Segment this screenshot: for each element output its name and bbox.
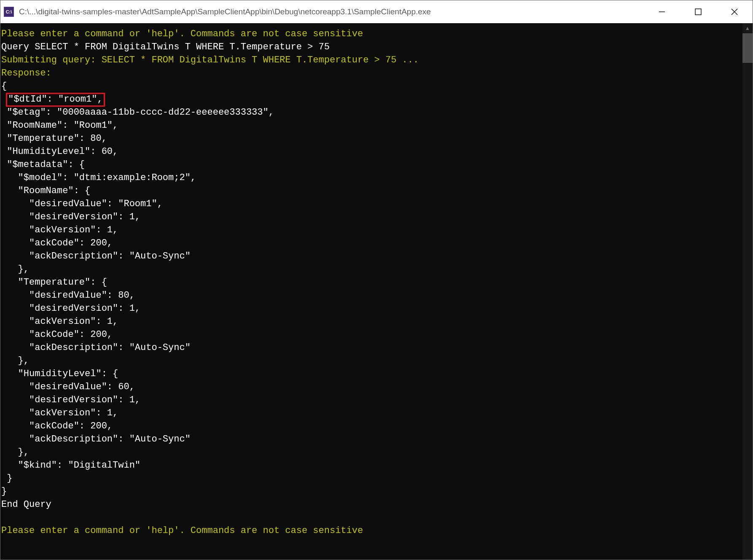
maximize-button[interactable] <box>680 0 716 23</box>
json-line: "HumidityLevel": { <box>1 369 118 379</box>
json-line: "$metadata": { <box>1 159 85 170</box>
close-button[interactable] <box>716 0 753 23</box>
json-line: "$etag": "0000aaaa-11bb-cccc-dd22-eeeeee… <box>1 107 274 118</box>
json-line: "Temperature": { <box>1 277 107 288</box>
json-line: "RoomName": { <box>1 186 90 196</box>
json-line: }, <box>1 264 29 275</box>
json-line: "ackVersion": 1, <box>1 225 118 235</box>
json-line: "ackDescription": "Auto-Sync" <box>1 434 191 444</box>
console-output[interactable]: Please enter a command or 'help'. Comman… <box>0 23 742 560</box>
json-brace-close: } <box>1 486 7 497</box>
prompt-line: Please enter a command or 'help'. Comman… <box>1 29 363 39</box>
scrollbar-thumb[interactable] <box>742 33 753 63</box>
json-line: "ackCode": 200, <box>1 238 113 248</box>
json-line: "ackDescription": "Auto-Sync" <box>1 251 191 261</box>
titlebar: C:\ C:\...\digital-twins-samples-master\… <box>0 0 753 23</box>
json-line: "Temperature": 80, <box>1 133 107 144</box>
close-icon <box>731 8 738 16</box>
maximize-icon <box>694 8 702 16</box>
json-line: "ackCode": 200, <box>1 329 113 340</box>
json-line: "ackDescription": "Auto-Sync" <box>1 342 191 353</box>
end-query-line: End Query <box>1 499 51 510</box>
app-window: C:\ C:\...\digital-twins-samples-master\… <box>0 0 753 560</box>
minimize-button[interactable] <box>644 0 680 23</box>
json-line: "ackCode": 200, <box>1 421 113 431</box>
console-area: Please enter a command or 'help'. Comman… <box>0 23 753 560</box>
highlighted-dtid-line: "$dtId": "room1", <box>6 93 105 107</box>
response-label: Response: <box>1 68 51 78</box>
json-line: }, <box>1 447 29 458</box>
svg-rect-1 <box>695 9 701 15</box>
json-line: "desiredValue": 60, <box>1 382 135 392</box>
window-title: C:\...\digital-twins-samples-master\AdtS… <box>19 7 644 16</box>
json-line: "RoomName": "Room1", <box>1 120 118 131</box>
json-line: "$kind": "DigitalTwin" <box>1 460 140 471</box>
json-line: "desiredVersion": 1, <box>1 212 140 222</box>
vertical-scrollbar[interactable]: ▲ <box>742 23 753 560</box>
json-line: "ackVersion": 1, <box>1 316 118 327</box>
prompt-line: Please enter a command or 'help'. Comman… <box>1 525 363 536</box>
json-line: }, <box>1 355 29 366</box>
submitting-line: Submitting query: SELECT * FROM DigitalT… <box>1 55 419 65</box>
json-line: "$model": "dtmi:example:Room;2", <box>1 172 196 183</box>
json-line: "desiredValue": "Room1", <box>1 199 163 209</box>
query-line: Query SELECT * FROM DigitalTwins T WHERE… <box>1 42 330 52</box>
json-line: "ackVersion": 1, <box>1 408 118 418</box>
json-line: "HumidityLevel": 60, <box>1 146 118 157</box>
json-line: "desiredVersion": 1, <box>1 303 140 314</box>
minimize-icon <box>658 8 666 16</box>
json-line: } <box>1 473 12 484</box>
window-controls <box>644 0 753 23</box>
json-brace-open: { <box>1 81 7 92</box>
json-line: "desiredVersion": 1, <box>1 395 140 405</box>
app-icon: C:\ <box>4 7 14 17</box>
scroll-up-arrow-icon[interactable]: ▲ <box>742 23 753 33</box>
json-line: "desiredValue": 80, <box>1 290 135 301</box>
